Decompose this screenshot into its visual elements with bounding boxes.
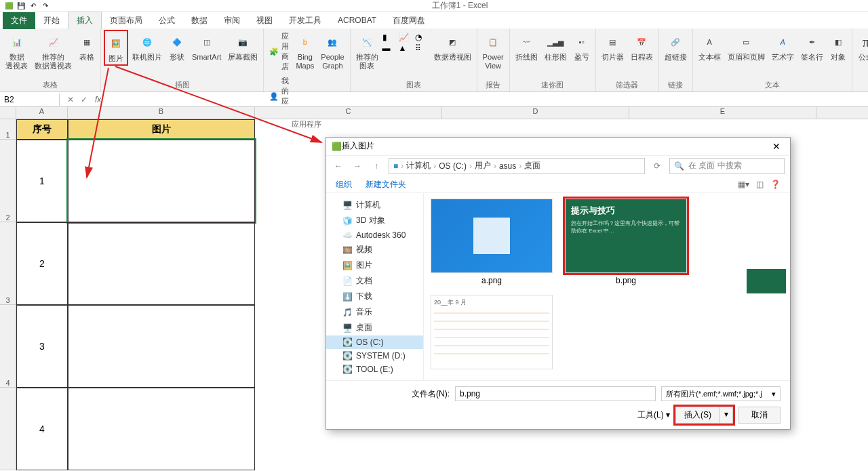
filename-input[interactable] <box>455 386 656 401</box>
row-header-1[interactable]: 1 <box>0 119 16 140</box>
tree-documents[interactable]: 📄文档 <box>326 273 423 289</box>
header-footer-button[interactable]: ▭页眉和页脚 <box>725 30 768 63</box>
object-button[interactable]: ◧对象 <box>827 30 849 63</box>
slicer-button[interactable]: ▤切片器 <box>599 30 627 63</box>
cell-a4[interactable]: 3 <box>16 305 68 388</box>
tab-review[interactable]: 审阅 <box>216 12 248 29</box>
view-options-button[interactable]: ▦▾ <box>738 180 749 189</box>
equation-button[interactable]: π公式 <box>855 30 868 63</box>
cell-b2[interactable] <box>68 140 255 222</box>
fx-icon[interactable]: fx <box>91 95 105 104</box>
row-header-4[interactable]: 4 <box>0 305 16 388</box>
sparkline-column-button[interactable]: ▁▃▅柱形图 <box>542 30 570 63</box>
search-input[interactable]: 🔍 在 桌面 中搜索 <box>669 158 785 174</box>
col-header-c[interactable]: C <box>255 107 442 119</box>
cell-b4[interactable] <box>68 305 255 388</box>
screenshot-button[interactable]: 📷屏幕截图 <box>225 30 260 63</box>
preview-pane-button[interactable]: ◫ <box>756 180 764 189</box>
insert-picture-button[interactable]: 🖼️图片 <box>104 30 128 66</box>
row-header-2[interactable]: 2 <box>0 140 16 222</box>
cell-b3[interactable] <box>68 222 255 305</box>
textbox-button[interactable]: A文本框 <box>696 30 724 63</box>
tab-data[interactable]: 数据 <box>183 12 216 29</box>
col-header-a[interactable]: A <box>16 107 68 119</box>
tab-acrobat[interactable]: ACROBAT <box>330 13 384 28</box>
cancel-formula-button[interactable]: ✕ <box>64 95 77 104</box>
sparkline-winloss-button[interactable]: ▪▫盈亏 <box>571 30 593 63</box>
shapes-button[interactable]: 🔷形状 <box>166 30 188 63</box>
chart-column-icon[interactable]: ▮ <box>382 33 397 42</box>
tree-autodesk[interactable]: ☁️Autodesk 360 <box>326 228 423 242</box>
row-header-5[interactable] <box>0 388 16 470</box>
tree-os-c[interactable]: 💽OS (C:) <box>326 335 423 349</box>
col-header-d[interactable]: D <box>442 107 629 119</box>
tab-baidu[interactable]: 百度网盘 <box>384 12 433 29</box>
cell-b1[interactable]: 图片 <box>68 119 255 140</box>
recommended-charts-button[interactable]: 📉推荐的 图表 <box>353 30 381 72</box>
name-box[interactable]: B2 <box>0 94 60 106</box>
tree-tool-e[interactable]: 💽TOOL (E:) <box>326 363 423 376</box>
row-header-3[interactable]: 3 <box>0 222 16 305</box>
organize-menu[interactable]: 组织 <box>336 179 352 190</box>
col-header-e[interactable]: E <box>629 107 816 119</box>
file-calendar[interactable]: 20__年 9 月 <box>429 295 554 372</box>
save-icon[interactable]: 💾 <box>15 1 27 12</box>
forward-button[interactable]: → <box>351 161 364 171</box>
online-pictures-button[interactable]: 🌐联机图片 <box>130 30 165 63</box>
tab-layout[interactable]: 页面布局 <box>102 12 151 29</box>
tab-file[interactable]: 文件 <box>3 12 35 29</box>
timeline-button[interactable]: 📅日程表 <box>628 30 656 63</box>
tree-music[interactable]: 🎵音乐 <box>326 304 423 320</box>
tab-insert[interactable]: 插入 <box>68 12 102 29</box>
pivot-chart-button[interactable]: ◩数据透视图 <box>431 30 474 63</box>
cell-b5[interactable] <box>68 388 255 470</box>
cell-a1[interactable]: 序号 <box>16 119 68 140</box>
tree-system-d[interactable]: 💽SYSTEM (D:) <box>326 349 423 363</box>
back-button[interactable]: ← <box>332 161 345 171</box>
tab-home[interactable]: 开始 <box>35 12 68 29</box>
people-graph-button[interactable]: 👥People Graph <box>318 30 347 72</box>
redo-icon[interactable]: ↷ <box>39 1 52 12</box>
table-button[interactable]: ▦表格 <box>76 30 98 63</box>
insert-button[interactable]: 插入(S)▾ <box>675 407 733 424</box>
power-view-button[interactable]: 📋Power View <box>480 30 507 72</box>
tree-downloads[interactable]: ⬇️下载 <box>326 289 423 304</box>
sparkline-line-button[interactable]: 〰折线图 <box>513 30 540 63</box>
tree-videos[interactable]: 🎞️视频 <box>326 242 423 258</box>
col-header-b[interactable]: B <box>68 107 255 119</box>
wordart-button[interactable]: A艺术字 <box>769 30 797 63</box>
tree-3d[interactable]: 🧊3D 对象 <box>326 213 423 228</box>
up-button[interactable]: ↑ <box>370 161 383 171</box>
chart-scatter-icon[interactable]: ⠿ <box>415 43 430 53</box>
close-icon[interactable]: ✕ <box>768 141 785 152</box>
pivot-table-button[interactable]: 📊数据 透视表 <box>3 30 31 72</box>
tree-desktop[interactable]: 🖥️桌面 <box>326 320 423 335</box>
recommended-pivot-button[interactable]: 📈推荐的 数据透视表 <box>32 30 75 72</box>
breadcrumb-bar[interactable]: ■› 计算机› OS (C:)› 用户› asus› 桌面 <box>389 158 645 174</box>
cell-a3[interactable]: 2 <box>16 222 68 305</box>
chart-pie-icon[interactable]: ◔ <box>415 33 430 42</box>
cancel-button[interactable]: 取消 <box>738 407 781 424</box>
tab-formulas[interactable]: 公式 <box>151 12 183 29</box>
refresh-button[interactable]: ⟳ <box>650 161 664 171</box>
file-filter-dropdown[interactable]: 所有图片(*.emf;*.wmf;*.jpg;*.j▾ <box>661 386 781 401</box>
tools-menu[interactable]: 工具(L) ▾ <box>637 409 670 421</box>
file-b-png[interactable]: 提示与技巧 您在开始工作吗？这里有几个快速提示，可帮助你在 Excel 中… b… <box>564 199 688 285</box>
file-a-png[interactable]: a.png <box>429 199 554 285</box>
chart-area-icon[interactable]: ▲ <box>399 43 414 53</box>
new-folder-button[interactable]: 新建文件夹 <box>366 179 406 190</box>
cell-a2[interactable]: 1 <box>16 140 68 222</box>
tab-view[interactable]: 视图 <box>248 12 281 29</box>
tree-pictures[interactable]: 🖼️图片 <box>326 258 423 273</box>
hyperlink-button[interactable]: 🔗超链接 <box>662 30 690 63</box>
app-store-button[interactable]: 🧩应用商店 <box>267 30 292 73</box>
smartart-button[interactable]: ◫SmartArt <box>189 30 224 63</box>
help-button[interactable]: ❓ <box>770 180 781 189</box>
select-all-corner[interactable] <box>0 107 16 119</box>
chart-bar-icon[interactable]: ▬ <box>382 43 397 53</box>
tree-computer[interactable]: 🖥️计算机 <box>326 197 423 213</box>
cell-a5[interactable]: 4 <box>16 388 68 470</box>
undo-icon[interactable]: ↶ <box>27 1 39 12</box>
bing-maps-button[interactable]: bBing Maps <box>293 30 317 72</box>
chart-line-icon[interactable]: 📈 <box>399 33 414 42</box>
